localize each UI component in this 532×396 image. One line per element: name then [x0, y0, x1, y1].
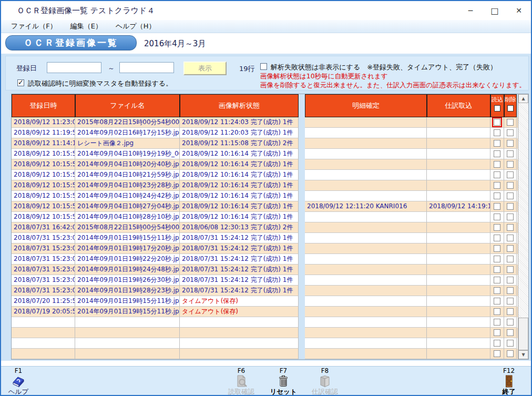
row-read-checkbox[interactable] [494, 150, 500, 157]
col-header-journal-import[interactable]: 仕訳取込 [427, 94, 490, 117]
cell-analysis-status: タイムアウト(保存) [180, 296, 299, 307]
row-delete-checkbox[interactable] [507, 245, 514, 252]
table-row[interactable]: 2018/07/19 20:05:542014年09月01日19時15分11秒.… [12, 307, 528, 317]
row-delete-checkbox-cell [504, 159, 517, 170]
maximize-button[interactable]: □ [483, 1, 507, 20]
row-read-checkbox[interactable] [494, 277, 500, 283]
table-row[interactable]: 2018/07/31 15:23:072014年09月01日19時28分23秒.… [12, 286, 528, 296]
date-to-input[interactable] [119, 62, 174, 73]
table-row[interactable] [12, 317, 528, 328]
row-delete-checkbox[interactable] [507, 161, 514, 168]
row-delete-checkbox[interactable] [507, 171, 514, 178]
row-delete-checkbox[interactable] [507, 182, 514, 189]
row-read-checkbox[interactable] [494, 245, 500, 252]
journal-confirm-button[interactable]: F8 仕訳確認 [308, 367, 342, 396]
table-row[interactable]: 2018/09/12 10:15:512014年09月04日10時23分28秒.… [12, 180, 528, 191]
table-row[interactable]: 2018/07/31 15:23:072014年09月01日19時24分48秒.… [12, 265, 528, 275]
row-delete-checkbox[interactable] [507, 235, 514, 241]
row-delete-checkbox[interactable] [507, 308, 514, 315]
row-delete-checkbox[interactable] [507, 224, 514, 231]
row-delete-checkbox[interactable] [507, 119, 514, 126]
table-row[interactable]: 2018/07/31 16:42:012015年08月22日15時00分54秒0… [12, 222, 528, 233]
cell-analysis-status: 2018/09/12 11:15:08 完了(成功) 2件 [180, 138, 299, 149]
vertical-scrollbar[interactable]: ▲ ▼ [518, 94, 528, 359]
menu-edit[interactable]: 編集（E） [64, 22, 109, 31]
row-delete-checkbox[interactable] [507, 329, 514, 336]
table-row[interactable]: 2018/09/12 10:15:512014年09月04日10時20分40秒.… [12, 159, 528, 170]
row-delete-checkbox[interactable] [507, 214, 514, 220]
row-read-checkbox[interactable] [494, 182, 500, 189]
row-delete-checkbox[interactable] [507, 277, 514, 283]
table-row[interactable] [12, 349, 528, 359]
row-read-checkbox[interactable] [494, 319, 500, 326]
table-row[interactable]: 2018/07/31 15:23:072014年09月01日19時22分20秒.… [12, 254, 528, 265]
read-confirm-button[interactable]: F6 読取確認 [224, 367, 258, 396]
col-header-filename[interactable]: ファイル名 [75, 94, 180, 117]
scroll-down-button[interactable]: ▼ [518, 350, 528, 359]
row-delete-checkbox[interactable] [507, 140, 514, 147]
date-from-input[interactable] [47, 62, 101, 73]
col-header-registered-datetime[interactable]: 登録日時 [12, 94, 75, 117]
row-read-checkbox[interactable] [494, 140, 500, 147]
row-delete-checkbox[interactable] [507, 256, 514, 262]
table-row[interactable]: 2018/09/12 10:15:512014年09月04日10時21分59秒.… [12, 170, 528, 180]
scroll-up-button[interactable]: ▲ [518, 94, 528, 103]
row-read-checkbox[interactable] [494, 161, 500, 168]
row-read-checkbox[interactable] [494, 119, 500, 126]
row-read-checkbox[interactable] [494, 340, 500, 347]
exit-button[interactable]: F12 終了 [492, 367, 526, 396]
table-row[interactable]: 2018/09/12 10:15:512014年09月04日10時27分04秒.… [12, 201, 528, 212]
row-delete-checkbox[interactable] [507, 203, 514, 210]
col-header-analysis-status[interactable]: 画像解析状態 [180, 94, 299, 117]
table-row[interactable]: 2018/09/12 11:23:072015年08月22日15時00分54秒0… [12, 117, 528, 128]
row-read-checkbox[interactable] [494, 224, 500, 231]
close-button[interactable]: ✕ [507, 1, 531, 20]
table-row[interactable]: 2018/07/31 15:23:072014年09月01日19時17分20秒.… [12, 243, 528, 254]
row-delete-checkbox[interactable] [507, 319, 514, 326]
row-read-checkbox[interactable] [494, 171, 500, 178]
row-read-checkbox[interactable] [494, 129, 500, 136]
table-row[interactable]: 2018/09/12 10:15:512014年09月04日10時19分19秒_… [12, 149, 528, 159]
row-delete-checkbox[interactable] [507, 129, 514, 136]
table-row[interactable]: 2018/09/12 11:19:512014年09月02日16時17分15秒.… [12, 128, 528, 138]
row-read-checkbox[interactable] [494, 235, 500, 241]
row-delete-checkbox[interactable] [507, 298, 514, 304]
minimize-button[interactable]: ─ [458, 1, 483, 20]
hide-failed-checkbox[interactable] [260, 63, 267, 70]
row-delete-checkbox[interactable] [507, 287, 514, 294]
menu-help[interactable]: ヘルプ（H） [109, 22, 162, 31]
table-row[interactable]: 2018/09/12 11:14:15レシート画像２.jpg2018/09/12… [12, 138, 528, 149]
row-read-checkbox[interactable] [494, 308, 500, 315]
delete-select-all-checkbox[interactable] [507, 105, 514, 111]
auto-register-checkbox[interactable] [17, 79, 24, 86]
row-read-checkbox[interactable] [494, 192, 500, 199]
row-read-checkbox[interactable] [494, 329, 500, 336]
row-read-checkbox[interactable] [494, 266, 500, 273]
col-header-detail-confirm[interactable]: 明細確定 [305, 94, 427, 117]
row-delete-checkbox[interactable] [507, 192, 514, 199]
row-read-checkbox[interactable] [494, 350, 500, 357]
help-button[interactable]: F1 ヘルプ [2, 367, 35, 396]
row-read-checkbox[interactable] [494, 287, 500, 294]
table-row[interactable]: 2018/09/12 10:15:512014年09月04日10時28分10秒.… [12, 212, 528, 222]
row-read-checkbox[interactable] [494, 203, 500, 210]
row-delete-checkbox[interactable] [507, 340, 514, 347]
scrollbar-thumb[interactable] [518, 318, 528, 350]
table-row[interactable]: 2018/07/31 15:23:072014年09月01日19時15分11秒.… [12, 233, 528, 243]
show-button[interactable]: 表示 [183, 62, 227, 75]
table-row[interactable]: 2018/07/20 11:25:572014年09月01日19時15分11秒.… [12, 296, 528, 307]
reset-button[interactable]: F7 リセット [267, 367, 300, 396]
row-read-checkbox[interactable] [494, 256, 500, 262]
table-row[interactable] [12, 328, 528, 338]
row-read-checkbox[interactable] [494, 298, 500, 304]
table-row[interactable]: 2018/07/31 15:23:072014年09月01日19時26分30秒.… [12, 275, 528, 286]
close-icon: ✕ [516, 6, 522, 15]
row-delete-checkbox[interactable] [507, 266, 514, 273]
table-row[interactable]: 2018/09/12 10:15:512014年09月04日10時24分42秒.… [12, 191, 528, 201]
read-select-all-checkbox[interactable] [494, 105, 500, 111]
row-read-checkbox[interactable] [494, 214, 500, 220]
row-delete-checkbox[interactable] [507, 150, 514, 157]
table-row[interactable] [12, 338, 528, 349]
row-delete-checkbox[interactable] [507, 350, 514, 357]
menu-file[interactable]: ファイル（F） [4, 22, 64, 31]
